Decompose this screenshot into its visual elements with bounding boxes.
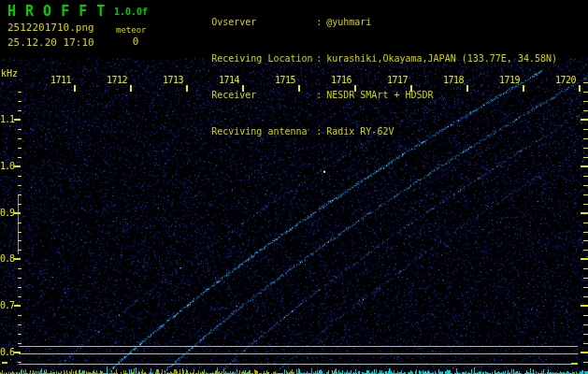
info-label: Ovserver: [211, 16, 316, 28]
x-axis-label: 1715: [273, 75, 295, 85]
x-axis-label: 1714: [217, 75, 239, 85]
x-axis-label: 1718: [441, 75, 464, 85]
x-axis-label: 1712: [105, 75, 127, 85]
info-label: Receiving Location: [211, 52, 316, 65]
hrofft-window: H R O F F T 1.0.0f 2512201710.png 25.12.…: [0, 0, 588, 374]
info-value: kurashiki,Okayama,JAPAN (133.77E, 34.58N…: [326, 53, 557, 64]
x-axis-label: 1716: [329, 75, 351, 85]
info-colon: :: [316, 53, 322, 64]
info-value: NESDR SMArt + HDSDR: [326, 90, 433, 100]
info-label: Receiver: [211, 89, 316, 101]
info-value: Radix RY-62V: [326, 126, 394, 137]
x-axis-label: 1719: [497, 75, 520, 85]
meteor-counter-value: 0: [116, 36, 155, 48]
info-row-antenna: Recviving antenna:Radix RY-62V: [166, 113, 557, 150]
record-datetime: 25.12.20 17:10: [7, 36, 94, 49]
info-row-location: Receiving Location:kurashiki,Okayama,JAP…: [166, 40, 557, 77]
y-axis-label: 0.7: [0, 300, 14, 310]
x-axis-label: 1720: [553, 75, 576, 85]
y-axis-label: 0.9: [0, 208, 14, 218]
info-row-observer: Ovserver:@yuhmari: [166, 4, 557, 40]
y-axis-unit-label: kHz: [1, 68, 18, 79]
info-colon: :: [316, 126, 322, 137]
info-colon: :: [316, 90, 322, 100]
x-axis-label: 1713: [161, 75, 183, 85]
y-axis-label: 0.8: [0, 253, 14, 264]
x-axis-label: 1717: [385, 75, 408, 85]
info-colon: :: [316, 17, 322, 27]
info-label: Recviving antenna: [211, 125, 316, 137]
meteor-counter-label: meteor: [116, 25, 147, 35]
y-axis-label: 1.1: [0, 114, 14, 124]
y-axis-label: 0.6: [0, 347, 14, 357]
output-filename: 2512201710.png: [7, 22, 94, 34]
app-version: 1.0.0f: [114, 7, 148, 17]
info-value: @yuhmari: [326, 17, 371, 27]
x-axis-label: 1711: [49, 75, 71, 85]
y-axis-label: 1.0: [0, 161, 14, 171]
app-title: H R O F F T: [7, 3, 106, 20]
